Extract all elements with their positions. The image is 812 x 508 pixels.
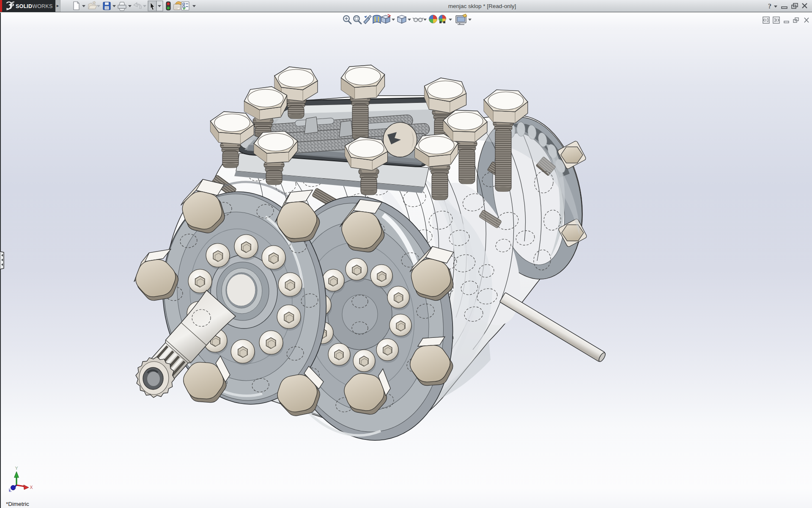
- svg-text:?: ?: [768, 3, 771, 10]
- svg-text:SOLIDWORKS: SOLIDWORKS: [16, 3, 52, 9]
- svg-text:Y: Y: [15, 466, 18, 471]
- svg-text:X: X: [30, 485, 33, 490]
